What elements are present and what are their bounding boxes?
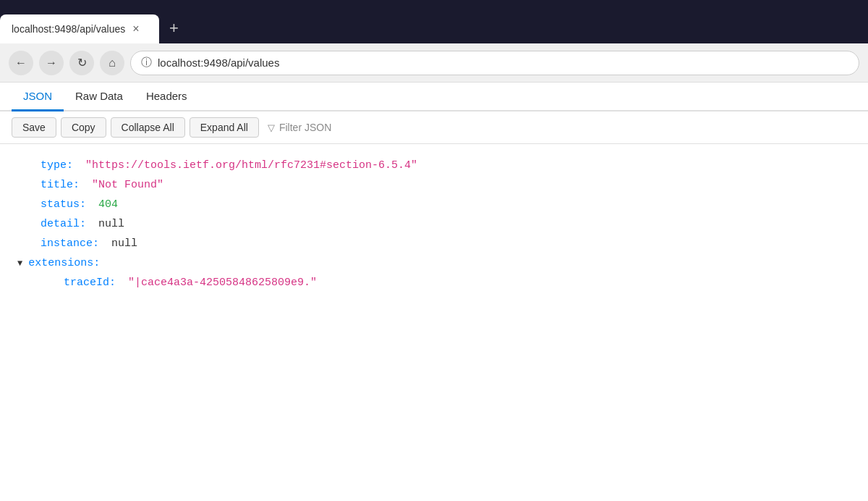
- new-tab-button[interactable]: +: [159, 19, 189, 43]
- instance-key: instance:: [41, 234, 99, 253]
- json-row-instance: instance: null: [17, 234, 851, 253]
- expand-all-button[interactable]: Expand All: [190, 117, 259, 138]
- title-value: "Not Found": [92, 175, 163, 195]
- back-button[interactable]: ←: [9, 51, 33, 75]
- collapse-all-button[interactable]: Collapse All: [111, 117, 185, 138]
- type-value: "https://tools.ietf.org/html/rfc7231#sec…: [85, 156, 417, 175]
- expand-arrow-icon[interactable]: ▼: [17, 256, 22, 272]
- home-button[interactable]: ⌂: [100, 51, 124, 75]
- tab-headers[interactable]: Headers: [135, 83, 199, 111]
- viewer-tabs: JSON Raw Data Headers: [0, 83, 868, 111]
- copy-button[interactable]: Copy: [61, 117, 106, 138]
- instance-value: null: [111, 234, 137, 253]
- forward-icon: →: [46, 56, 57, 70]
- json-row-detail: detail: null: [17, 214, 851, 234]
- json-toolbar: Save Copy Collapse All Expand All ▽ Filt…: [0, 111, 868, 144]
- address-bar[interactable]: ⓘ localhost:9498/api/values: [130, 51, 859, 75]
- active-tab[interactable]: localhost:9498/api/values ×: [0, 14, 159, 43]
- reload-button[interactable]: ↻: [69, 51, 94, 75]
- status-value: 404: [98, 195, 118, 214]
- extensions-key: extensions:: [22, 253, 100, 273]
- json-row-status: status: 404: [17, 195, 851, 214]
- save-button[interactable]: Save: [12, 117, 56, 138]
- type-key: type:: [41, 156, 73, 175]
- filter-area[interactable]: ▽ Filter JSON: [268, 122, 331, 133]
- home-icon: ⌂: [109, 56, 116, 70]
- tab-close-button[interactable]: ×: [132, 23, 139, 35]
- reload-icon: ↻: [77, 56, 87, 70]
- detail-value: null: [98, 214, 124, 234]
- json-row-type: type: "https://tools.ietf.org/html/rfc72…: [17, 156, 851, 175]
- detail-key: detail:: [41, 214, 86, 234]
- title-key: title:: [41, 175, 80, 195]
- forward-button[interactable]: →: [39, 51, 64, 75]
- tab-bar: localhost:9498/api/values × +: [0, 0, 189, 43]
- traceId-key: traceId:: [64, 273, 116, 292]
- tab-json[interactable]: JSON: [12, 83, 64, 111]
- status-key: status:: [41, 195, 86, 214]
- tab-title: localhost:9498/api/values: [12, 23, 125, 35]
- navigation-bar: ← → ↻ ⌂ ⓘ localhost:9498/api/values: [0, 43, 868, 83]
- url-text: localhost:9498/api/values: [158, 56, 279, 69]
- filter-placeholder: Filter JSON: [279, 122, 331, 133]
- tab-raw-data[interactable]: Raw Data: [64, 83, 135, 111]
- back-icon: ←: [15, 56, 27, 70]
- filter-icon: ▽: [268, 122, 275, 133]
- json-row-title: title: "Not Found": [17, 175, 851, 195]
- json-content: type: "https://tools.ietf.org/html/rfc72…: [0, 144, 868, 304]
- browser-chrome: localhost:9498/api/values × +: [0, 0, 868, 43]
- info-icon: ⓘ: [141, 56, 152, 70]
- json-row-extensions: ▼ extensions:: [17, 253, 851, 273]
- json-row-traceId: traceId: "|cace4a3a-42505848625809e9.": [17, 273, 851, 292]
- traceId-value: "|cace4a3a-42505848625809e9.": [128, 273, 317, 292]
